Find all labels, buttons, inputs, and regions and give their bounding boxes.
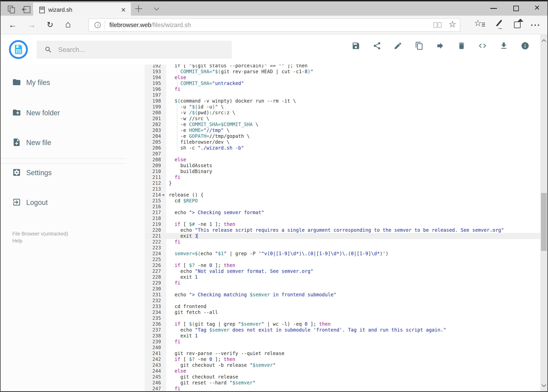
code-line[interactable]: 203 -e HOME="//tmp" \ (145, 127, 540, 133)
code-line[interactable]: 223 (145, 245, 540, 251)
code-line[interactable]: 196 fi (145, 86, 540, 92)
code-line[interactable]: 214release () { (145, 192, 540, 198)
code-line[interactable]: 201 -w //src \ (145, 116, 540, 121)
code-line[interactable]: 192 if [ "$(git status --porcelain)" == … (145, 65, 540, 69)
back-icon[interactable]: ← (8, 21, 17, 29)
code-line[interactable]: 218 (145, 216, 540, 221)
download-button[interactable] (499, 42, 508, 50)
address-bar[interactable]: i filebrowser.web/files/wizard.sh ☆ (89, 18, 460, 32)
code-editor[interactable]: 192 if [ "$(git status --porcelain)" == … (145, 65, 540, 392)
new-tab-button[interactable] (135, 5, 142, 12)
code-line[interactable]: 198 $(command -v winpty) docker run --rm… (145, 98, 540, 104)
code-line[interactable]: 233 cd frontend (145, 304, 540, 309)
maximize-button[interactable] (513, 6, 519, 11)
set-aside-tabs-icon[interactable] (22, 6, 31, 14)
save-button[interactable] (352, 42, 360, 50)
code-line[interactable]: 197 (145, 92, 540, 98)
sidebar-item-settings[interactable]: Settings (0, 164, 138, 181)
code-line[interactable]: 208 else (145, 157, 540, 163)
annotate-pen-icon[interactable]: ~ (494, 19, 506, 31)
tab-close-icon[interactable]: × (121, 6, 126, 14)
site-info-icon[interactable]: i (95, 22, 101, 28)
code-line[interactable]: 239 fi (145, 339, 540, 345)
close-button[interactable]: × (534, 3, 540, 12)
scrollbar-thumb[interactable] (541, 193, 547, 251)
code-line[interactable]: 220 echo "This release script requires a… (145, 227, 540, 233)
refresh-icon[interactable]: ↻ (47, 21, 53, 28)
sidebar-item-new-file[interactable]: New file (0, 133, 138, 151)
code-line[interactable]: 211 fi (145, 174, 540, 180)
code-line[interactable]: 226 if [ $? -ne 0 ]; then (145, 262, 540, 268)
code-line[interactable]: 210 buildBinary (145, 168, 540, 174)
code-line[interactable]: 195 COMMIT_SHA="untracked" (145, 80, 540, 86)
code-line[interactable]: 235 (145, 315, 540, 321)
code-line[interactable]: 242 if [ $? -ne 0 ]; then (145, 356, 540, 362)
code-line[interactable]: 221 exit 1 (145, 233, 540, 239)
code-line[interactable]: 246 git reset --hard "$semver" (145, 380, 540, 386)
vertical-scrollbar[interactable] (540, 35, 548, 392)
code-button[interactable] (478, 42, 487, 50)
code-line[interactable]: 243 git checkout -b release "$semver" (145, 362, 540, 368)
code-line[interactable]: 217 echo "> Checking semver format" (145, 210, 540, 216)
move-button[interactable] (436, 42, 444, 50)
tab-wizard-sh[interactable]: wizard.sh × (33, 3, 131, 17)
hub-icon[interactable]: ☆ (474, 19, 486, 30)
code-line[interactable]: 193 COMMIT_SHA="$(git rev-parse HEAD | c… (145, 69, 540, 75)
code-line[interactable]: 247 fi (145, 386, 540, 392)
code-line[interactable]: 232 (145, 298, 540, 304)
info-button[interactable] (521, 42, 529, 50)
code-line[interactable]: 219 if [ $# -ne 1 ]; then (145, 221, 540, 227)
code-line[interactable]: 212} (145, 180, 540, 186)
code-line[interactable]: 230 (145, 286, 540, 292)
code-line[interactable]: 207 (145, 151, 540, 157)
search-input[interactable]: Search... (37, 41, 232, 59)
code-line[interactable]: 227 echo "Not valid semver format. See s… (145, 268, 540, 274)
home-icon[interactable]: ⌂ (65, 20, 71, 29)
code-line[interactable]: 199 -u "$(id -u)" \ (145, 104, 540, 110)
forward-icon[interactable]: → (28, 21, 36, 29)
tab-preview-icon[interactable] (8, 6, 16, 14)
sidebar-item-new-folder[interactable]: New folder (0, 104, 138, 121)
share-button[interactable] (373, 42, 381, 50)
code-line[interactable]: 205 filebrowser/dev \ (145, 139, 540, 145)
code-line[interactable]: 215 cd $REPO (145, 198, 540, 204)
code-line[interactable]: 225 (145, 257, 540, 262)
code-line[interactable]: 206 sh -c "./wizard.sh -b" (145, 145, 540, 151)
fold-arrow-icon[interactable] (162, 194, 165, 196)
minimize-button[interactable] (490, 8, 497, 9)
code-line[interactable]: 213 (145, 186, 540, 192)
code-line[interactable]: 241 git rev-parse --verify --quiet relea… (145, 350, 540, 356)
code-line[interactable]: 231 echo "> Checking matching $semver in… (145, 292, 540, 298)
code-line[interactable]: 209 buildAssets (145, 163, 540, 168)
code-line[interactable]: 238 exit 1 (145, 333, 540, 339)
code-line[interactable]: 236 if [ $(git tag | grep "$semver" | wc… (145, 321, 540, 327)
sidebar-item-my-files[interactable]: My files (0, 73, 138, 91)
more-dots-icon[interactable] (531, 23, 546, 27)
code-line[interactable]: 222 fi (145, 239, 540, 245)
code-line[interactable]: 240 (145, 345, 540, 350)
delete-button[interactable] (457, 42, 466, 50)
code-line[interactable]: 204 -e GOPATH=//tmp/gopath \ (145, 133, 540, 139)
share-icon[interactable] (514, 20, 524, 30)
help-link[interactable]: Help (12, 238, 22, 244)
code-line[interactable]: 224 semver=$(echo "$1" | grep -P '^v(0|[… (145, 251, 540, 257)
tab-list-chevron-icon[interactable] (155, 6, 159, 11)
code-line[interactable]: 245 git checkout release (145, 374, 540, 380)
url-text[interactable]: filebrowser.web/files/wizard.sh (109, 21, 191, 28)
code-line[interactable]: 202 -e COMMIT_SHA=$COMMIT_SHA \ (145, 121, 540, 127)
code-line[interactable]: 194 else (145, 75, 540, 80)
code-line[interactable]: 228 exit 1 (145, 274, 540, 280)
code-line[interactable]: 229 fi (145, 280, 540, 286)
copy-button[interactable] (415, 42, 423, 50)
code-line[interactable]: 200 -v /$(pwd):/src:z \ (145, 110, 540, 116)
favorite-star-icon[interactable]: ☆ (449, 19, 456, 29)
sidebar-item-logout[interactable]: Logout (0, 193, 138, 211)
scroll-up-icon[interactable] (542, 39, 546, 44)
app-logo[interactable] (9, 40, 28, 59)
rename-button[interactable] (394, 42, 402, 50)
code-line[interactable]: 216 (145, 204, 540, 210)
code-line[interactable]: 237 echo "Tag $semver does not exist in … (145, 327, 540, 333)
scroll-down-icon[interactable] (542, 383, 546, 387)
code-line[interactable]: 234 git fetch --all (145, 309, 540, 315)
code-line[interactable]: 244 else (145, 368, 540, 374)
